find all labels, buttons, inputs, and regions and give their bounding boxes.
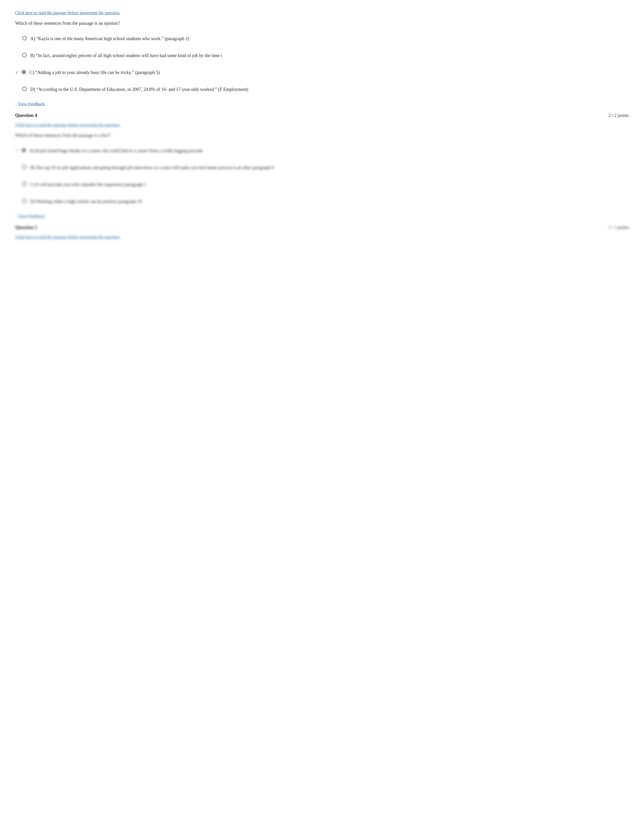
q4-radio-d — [22, 199, 27, 203]
q3-radio-a[interactable] — [22, 36, 27, 40]
q4-answer-d-label: D) Working while a high school can be po… — [30, 198, 142, 205]
q3-passage-link[interactable]: Click here to read the passage before an… — [15, 10, 120, 15]
q3-radio-c-inner — [23, 71, 25, 73]
q4-header: Question 4 2 / 2 points — [15, 113, 629, 118]
q3-answer-b-label: B) “In fact, around eighty percent of al… — [30, 52, 222, 59]
q3-view-feedback-row: › View Feedback — [15, 101, 629, 106]
q3-answer-c-label: C) “Adding a job to your already busy li… — [29, 69, 160, 76]
q3-answer-d-wrapper[interactable]: D) “According to the U.S. Department of … — [22, 86, 248, 93]
q4-question-text: Which of these sentences from the passag… — [15, 132, 629, 139]
q4-answer-d-text: Working while a high school can be posit… — [36, 199, 142, 204]
q4-answer-c-row: C) It will provide you with valuable lif… — [15, 180, 629, 190]
q3-answer-b-text: “In fact, around eighty percent of all h… — [36, 53, 222, 58]
q5-title: Question 5 — [15, 225, 37, 230]
q3-answer-b-row: B) “In fact, around eighty percent of al… — [15, 51, 629, 61]
q3-answer-c-text: “Adding a job to your already busy life … — [35, 70, 160, 75]
q3-correct-indicator-c: ✓ — [15, 69, 20, 75]
q4-answer-b-wrapper: B) The top 10 on job applications and go… — [22, 164, 274, 171]
q4-answer-a-text: Kayla found huge breaks in a career she … — [35, 148, 203, 153]
q3-answer-a-label: A) “Kayla is one of the many American hi… — [30, 35, 189, 42]
q3-answer-c-wrapper[interactable]: C) “Adding a job to your already busy li… — [21, 69, 160, 76]
q3-question-text: Which of these sentences from the passag… — [15, 20, 629, 27]
q3-answer-b-wrapper[interactable]: B) “In fact, around eighty percent of al… — [22, 52, 222, 59]
q3-answer-d-row: D) “According to the U.S. Department of … — [15, 85, 629, 95]
q3-answer-c-row: ✓ C) “Adding a job to your already busy … — [15, 68, 629, 77]
q4-view-feedback-row: › View Feedback — [15, 214, 629, 219]
question-4-section: Click here to read the passage before an… — [15, 122, 629, 219]
q4-check-icon-a: ✓ — [15, 148, 19, 153]
q3-chevron-icon: › — [15, 102, 16, 106]
q3-answer-a-row: A) “Kayla is one of the many American hi… — [15, 34, 629, 43]
q4-answer-a-wrapper: A) Kayla found huge breaks in a career s… — [21, 148, 203, 154]
q4-passage-link: Click here to read the passage before an… — [15, 122, 120, 127]
q4-view-feedback-button: View Feedback — [18, 214, 45, 219]
q4-answer-b-text: The top 10 on job applications and going… — [36, 165, 274, 170]
q3-answer-a-text: “Kayla is one of the many American high … — [36, 36, 189, 41]
question-3-section: Click here to read the passage before an… — [15, 10, 629, 106]
q3-radio-d[interactable] — [22, 87, 27, 91]
q4-points: 2 / 2 points — [609, 113, 629, 118]
q3-answer-d-label: D) “According to the U.S. Department of … — [30, 86, 248, 93]
q4-correct-indicator-a: ✓ — [15, 148, 20, 153]
q5-points: 1 / 1 points — [609, 225, 629, 230]
q4-answer-a-row: ✓ A) Kayla found huge breaks in a career… — [15, 146, 629, 156]
q4-radio-b — [22, 165, 27, 169]
q4-answer-d-row: D) Working while a high school can be po… — [15, 197, 629, 206]
q4-answer-c-text: It will provide you with valuable life e… — [36, 182, 147, 187]
q4-answer-a-label: A) Kayla found huge breaks in a career s… — [29, 148, 203, 154]
q4-radio-a-inner — [23, 149, 25, 151]
q3-radio-c[interactable] — [21, 70, 26, 74]
q5-passage-link: Click here to read the passage before an… — [15, 235, 120, 240]
q3-check-icon: ✓ — [15, 69, 19, 75]
q4-answer-d-wrapper: D) Working while a high school can be po… — [22, 198, 142, 205]
q3-view-feedback-button[interactable]: View Feedback — [18, 101, 45, 106]
q4-chevron-icon: › — [15, 214, 16, 218]
q4-answer-b-label: B) The top 10 on job applications and go… — [30, 164, 274, 171]
q4-answer-c-wrapper: C) It will provide you with valuable lif… — [22, 181, 147, 188]
question-5-section: Click here to read the passage before an… — [15, 234, 629, 244]
q4-answer-c-label: C) It will provide you with valuable lif… — [30, 181, 147, 188]
q3-answer-d-text: “According to the U.S. Department of Edu… — [36, 87, 248, 92]
q4-radio-a — [21, 148, 26, 153]
q4-title: Question 4 — [15, 113, 37, 118]
q5-header: Question 5 1 / 1 points — [15, 225, 629, 230]
q3-radio-b[interactable] — [22, 53, 27, 57]
q3-answer-a-wrapper[interactable]: A) “Kayla is one of the many American hi… — [22, 35, 189, 42]
q4-answer-b-row: B) The top 10 on job applications and go… — [15, 163, 629, 173]
q4-radio-c — [22, 182, 27, 186]
